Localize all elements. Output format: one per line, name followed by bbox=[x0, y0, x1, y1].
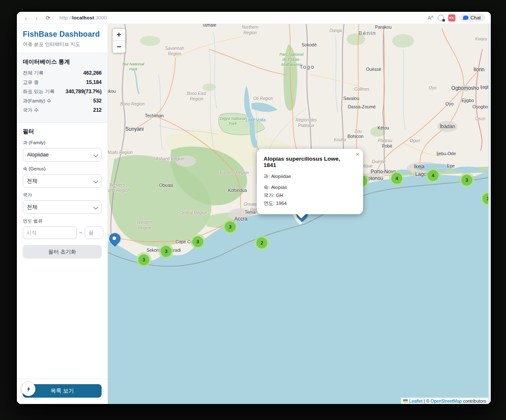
url-port: :3000 bbox=[94, 15, 107, 20]
cluster-marker[interactable]: 3 bbox=[159, 244, 174, 259]
cluster-marker[interactable]: 3 bbox=[459, 172, 474, 188]
attribution-suffix: contributors bbox=[462, 398, 486, 404]
stat-row: 전체 기록462,266 bbox=[23, 70, 102, 76]
leaflet-link[interactable]: Leaflet bbox=[409, 398, 423, 404]
sidebar: FishBase Dashboard 어종 분포 인터랙티브 지도 데이터베이스… bbox=[17, 24, 108, 404]
cluster-marker[interactable]: 2 bbox=[254, 235, 269, 250]
stat-value: 462,266 bbox=[83, 70, 102, 76]
stat-row: 좌표 있는 기록340,789(73.7%) bbox=[23, 89, 102, 95]
flag-icon bbox=[403, 399, 408, 403]
popup-row: 국가: GH bbox=[264, 192, 356, 199]
zoom-out-button[interactable]: − bbox=[113, 40, 125, 53]
country-select-value: 전체 bbox=[27, 204, 38, 211]
stat-row: 과(Family) 수532 bbox=[23, 98, 102, 104]
url-host: localhost bbox=[72, 15, 94, 20]
popup-close-button[interactable]: × bbox=[355, 151, 359, 157]
chevron-down-icon bbox=[93, 152, 98, 157]
filters-panel: 필터 과 (Family) Alopiidae 속 (Genus) 전체 국가 … bbox=[17, 123, 108, 264]
address-bar[interactable]: http://localhost:3000 bbox=[59, 15, 107, 20]
country-label: 국가 bbox=[23, 192, 102, 198]
pin-dot-icon bbox=[113, 237, 116, 240]
cluster-count: 3 bbox=[161, 246, 172, 257]
chevron-down-icon bbox=[93, 205, 98, 209]
popup-rows: 과: Alopiidae속: Alopias국가: GH연도: 1964 bbox=[264, 173, 356, 207]
cluster-count: 4 bbox=[428, 170, 439, 181]
stat-value: 212 bbox=[93, 107, 102, 113]
app-subtitle: 어종 분포 인터랙티브 지도 bbox=[23, 41, 102, 48]
stat-row: 국가 수212 bbox=[23, 107, 102, 113]
genus-label: 속 (Genus) bbox=[23, 166, 102, 172]
chevron-down-icon bbox=[93, 178, 98, 183]
cluster-count: 3 bbox=[461, 175, 472, 186]
genus-select-value: 전체 bbox=[27, 178, 38, 185]
stats-panel: 데이터베이스 통계 전체 기록462,266고유 종15,184좌표 있는 기록… bbox=[17, 53, 108, 123]
popup-row: 속: Alopias bbox=[264, 184, 356, 191]
privacy-lock-icon[interactable] bbox=[438, 15, 444, 21]
stat-row: 고유 종15,184 bbox=[23, 79, 102, 86]
zoom-in-button[interactable]: + bbox=[113, 29, 125, 40]
stat-value: 532 bbox=[93, 98, 102, 104]
stat-label: 고유 종 bbox=[23, 79, 39, 86]
osm-link[interactable]: OpenStreetMap bbox=[431, 398, 462, 404]
stat-label: 좌표 있는 기록 bbox=[23, 89, 54, 95]
cluster-count: 3 bbox=[138, 254, 149, 265]
family-select[interactable]: Alopiidae bbox=[23, 148, 102, 162]
stat-label: 국가 수 bbox=[23, 107, 39, 113]
year-range-label: 연도 범위 bbox=[23, 218, 102, 224]
lightning-cursor-icon bbox=[25, 386, 32, 393]
reset-filters-button[interactable]: 필터 초기화 bbox=[23, 245, 102, 258]
cluster-count: 4 bbox=[391, 173, 402, 184]
reader-mode-icon[interactable]: AA bbox=[428, 15, 433, 21]
zoom-control: + − bbox=[112, 28, 126, 53]
reload-button[interactable]: ⟳ bbox=[44, 15, 52, 21]
back-button[interactable]: ‹ bbox=[23, 15, 29, 21]
cursor-badge bbox=[22, 382, 35, 396]
cluster-marker[interactable]: 3 bbox=[190, 234, 205, 249]
cluster-marker[interactable]: 3 bbox=[136, 252, 151, 267]
forward-button[interactable]: › bbox=[33, 15, 40, 21]
family-select-value: Alopiidae bbox=[27, 152, 48, 158]
stat-value: 15,184 bbox=[86, 79, 102, 85]
popup-row: 과: Alopiidae bbox=[264, 173, 356, 180]
year-start-input[interactable] bbox=[23, 226, 77, 239]
scrollbar[interactable] bbox=[488, 24, 491, 404]
map-attribution: Leaflet | © OpenStreetMap contributors bbox=[401, 398, 488, 404]
stats-title: 데이터베이스 통계 bbox=[23, 58, 102, 66]
map-pin[interactable] bbox=[109, 232, 120, 248]
app-title: FishBase Dashboard bbox=[23, 30, 102, 39]
popup-title: Alopias superciliosus Lowe, 1841 bbox=[264, 156, 356, 168]
stat-label: 과(Family) 수 bbox=[23, 98, 51, 104]
browser-window: ‹ › ⟳ http://localhost:3000 AA FX Chat F… bbox=[17, 12, 491, 404]
cluster-marker[interactable]: 3 bbox=[480, 191, 488, 206]
map-container[interactable]: TamaleNorthern RegionSavannah RegionPara… bbox=[108, 24, 488, 404]
extension-icon[interactable]: FX bbox=[448, 14, 455, 22]
year-separator: ~ bbox=[79, 230, 82, 236]
filters-title: 필터 bbox=[23, 128, 102, 135]
cluster-marker[interactable]: 3 bbox=[223, 219, 238, 234]
cluster-marker[interactable]: 4 bbox=[425, 168, 441, 183]
year-end-input[interactable] bbox=[85, 226, 103, 239]
chat-button[interactable]: Chat bbox=[460, 14, 485, 22]
chat-label: Chat bbox=[471, 15, 481, 20]
cluster-count: 2 bbox=[256, 237, 267, 248]
country-select[interactable]: 전체 bbox=[23, 200, 102, 214]
family-label: 과 (Family) bbox=[23, 140, 102, 146]
stat-value: 340,789(73.7%) bbox=[66, 89, 102, 94]
cluster-count: 3 bbox=[225, 221, 236, 232]
stats-rows: 전체 기록462,266고유 종15,184좌표 있는 기록340,789(73… bbox=[23, 70, 102, 113]
attribution-separator: | © bbox=[423, 398, 431, 404]
browser-toolbar: ‹ › ⟳ http://localhost:3000 AA FX Chat bbox=[17, 12, 491, 24]
stat-label: 전체 기록 bbox=[23, 70, 43, 76]
popup-row: 연도: 1964 bbox=[264, 200, 356, 207]
chat-bubble-icon bbox=[463, 16, 468, 20]
cluster-marker[interactable]: 4 bbox=[389, 171, 404, 186]
url-prefix: http:// bbox=[59, 15, 72, 20]
genus-select[interactable]: 전체 bbox=[23, 174, 102, 188]
cluster-count: 3 bbox=[192, 236, 203, 247]
cluster-count: 3 bbox=[482, 193, 488, 204]
sidebar-header: FishBase Dashboard 어종 분포 인터랙티브 지도 bbox=[17, 24, 108, 53]
map-popup: × Alopias superciliosus Lowe, 1841 과: Al… bbox=[257, 149, 363, 214]
